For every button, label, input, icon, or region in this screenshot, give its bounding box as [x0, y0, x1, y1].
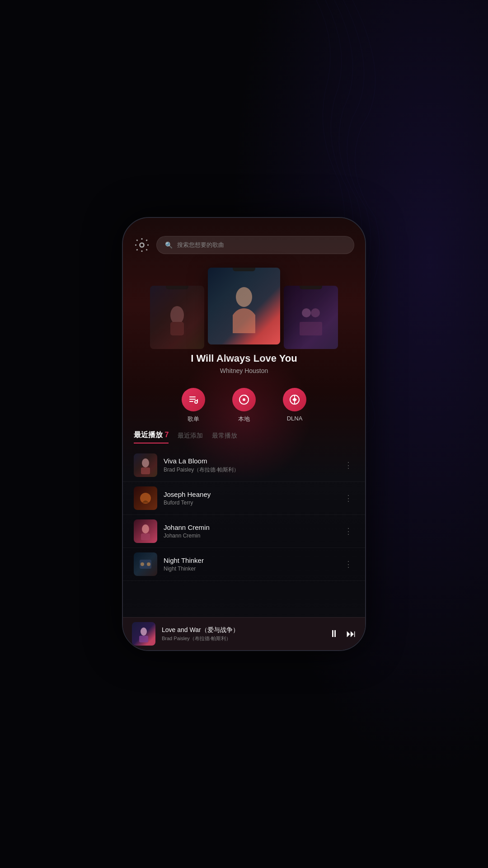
- tab-recent-play[interactable]: 最近播放 7: [134, 430, 169, 443]
- album-card-center[interactable]: [208, 268, 280, 344]
- svg-point-19: [142, 524, 149, 533]
- more-button-3[interactable]: ⋮: [343, 524, 354, 538]
- more-button-1[interactable]: ⋮: [343, 458, 354, 472]
- tabs-section: 最近播放 7 最近添加 最常播放: [123, 430, 365, 449]
- svg-point-12: [243, 398, 245, 401]
- featured-song-title: I Will Always Love You: [132, 353, 356, 364]
- song-item[interactable]: Johann Cremin Johann Cremin ⋮: [123, 515, 365, 548]
- svg-rect-17: [141, 467, 150, 474]
- now-playing-thumb: [132, 622, 155, 646]
- nav-item-playlist[interactable]: 歌单: [182, 388, 205, 423]
- song-title-1: Viva La Bloom: [164, 457, 336, 465]
- header: 🔍 搜索您想要的歌曲: [123, 218, 365, 263]
- album-card-right[interactable]: [284, 286, 338, 349]
- svg-rect-2: [170, 322, 184, 335]
- song-meta-3: Johann Cremin Johann Cremin: [164, 524, 336, 539]
- svg-rect-25: [139, 636, 148, 642]
- tab-recent-add[interactable]: 最近添加: [178, 432, 203, 443]
- song-item[interactable]: Night Thinker Night Thinker ⋮: [123, 548, 365, 581]
- now-playing-title: Love and War（爱与战争）: [162, 626, 323, 634]
- song-meta-4: Night Thinker Night Thinker: [164, 557, 336, 572]
- search-bar[interactable]: 🔍 搜索您想要的歌曲: [156, 236, 354, 254]
- song-title-2: Joseph Heaney: [164, 491, 336, 498]
- playlist-icon: [182, 388, 205, 411]
- nav-label-local: 本地: [238, 415, 250, 423]
- song-thumb-2: [134, 486, 157, 510]
- search-icon: 🔍: [165, 241, 173, 249]
- nav-icons: 歌单 本地: [123, 379, 365, 430]
- svg-point-4: [302, 308, 311, 317]
- song-artist-3: Johann Cremin: [164, 533, 336, 539]
- now-playing-artist: Brad Paisley（布拉德·帕斯利）: [162, 635, 323, 642]
- song-artist-2: Buford Terry: [164, 500, 336, 506]
- svg-rect-9: [189, 401, 193, 402]
- song-list: Viva La Bloom Brad Paisley（布拉德·帕斯利） ⋮ Jo…: [123, 449, 365, 617]
- search-placeholder: 搜索您想要的歌曲: [177, 241, 224, 249]
- svg-point-23: [147, 562, 150, 566]
- nav-label-playlist: 歌单: [188, 415, 199, 423]
- vinyl-notch-left: [166, 286, 188, 289]
- svg-point-0: [140, 243, 144, 247]
- svg-rect-8: [189, 399, 196, 400]
- settings-icon[interactable]: [134, 237, 150, 253]
- song-title-4: Night Thinker: [164, 557, 336, 564]
- album-card-left[interactable]: [150, 286, 204, 349]
- vinyl-notch-center: [233, 268, 255, 271]
- phone-frame: 🔍 搜索您想要的歌曲: [122, 217, 366, 651]
- pause-button[interactable]: ⏸: [329, 628, 339, 640]
- local-icon: [232, 388, 256, 411]
- now-playing-meta: Love and War（爱与战争） Brad Paisley（布拉德·帕斯利）: [162, 626, 323, 642]
- song-item[interactable]: Viva La Bloom Brad Paisley（布拉德·帕斯利） ⋮: [123, 449, 365, 482]
- dlna-icon: [283, 388, 306, 411]
- song-title-3: Johann Cremin: [164, 524, 336, 531]
- nav-label-dlna: DLNA: [287, 415, 303, 422]
- song-item[interactable]: Joseph Heaney Buford Terry ⋮: [123, 482, 365, 515]
- song-artist-4: Night Thinker: [164, 566, 336, 572]
- tabs-row: 最近播放 7 最近添加 最常播放: [134, 430, 354, 443]
- svg-point-24: [141, 627, 147, 636]
- featured-song-artist: Whitney Houston: [132, 367, 356, 374]
- svg-point-1: [170, 306, 184, 324]
- album-carousel: [123, 263, 365, 344]
- more-button-2[interactable]: ⋮: [343, 491, 354, 505]
- svg-point-3: [236, 287, 252, 307]
- svg-rect-7: [189, 396, 196, 397]
- now-playing-bar: Love and War（爱与战争） Brad Paisley（布拉德·帕斯利）…: [123, 617, 365, 650]
- svg-point-16: [142, 458, 149, 467]
- tab-most-played[interactable]: 最常播放: [212, 432, 237, 443]
- song-meta-2: Joseph Heaney Buford Terry: [164, 491, 336, 506]
- song-meta-1: Viva La Bloom Brad Paisley（布拉德·帕斯利）: [164, 457, 336, 474]
- svg-rect-6: [300, 322, 322, 335]
- featured-song-info: I Will Always Love You Whitney Houston: [123, 344, 365, 379]
- song-artist-1: Brad Paisley（布拉德·帕斯利）: [164, 466, 336, 474]
- more-button-4[interactable]: ⋮: [343, 557, 354, 571]
- song-thumb-3: [134, 519, 157, 543]
- song-thumb-1: [134, 453, 157, 477]
- svg-rect-20: [141, 533, 150, 540]
- tab-count: 7: [164, 431, 169, 439]
- phone-content: 🔍 搜索您想要的歌曲: [123, 218, 365, 650]
- next-button[interactable]: ⏭: [346, 628, 356, 640]
- nav-item-dlna[interactable]: DLNA: [283, 388, 306, 423]
- song-thumb-4: [134, 552, 157, 576]
- svg-point-5: [311, 308, 320, 317]
- svg-point-22: [141, 562, 144, 566]
- vinyl-notch-right: [300, 286, 322, 289]
- nav-item-local[interactable]: 本地: [232, 388, 256, 423]
- now-playing-controls: ⏸ ⏭: [329, 628, 356, 640]
